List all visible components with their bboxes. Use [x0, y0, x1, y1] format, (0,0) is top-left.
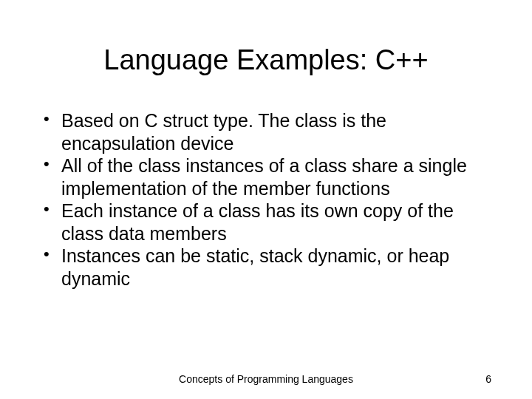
slide-title: Language Examples: C++ [41, 44, 491, 76]
list-item: All of the class instances of a class sh… [41, 154, 491, 200]
bullet-list: Based on C struct type. The class is the… [41, 109, 491, 290]
list-item: Based on C struct type. The class is the… [41, 109, 491, 154]
list-item: Each instance of a class has its own cop… [41, 200, 491, 245]
page-number: 6 [485, 373, 491, 385]
list-item: Instances can be static, stack dynamic, … [41, 245, 491, 290]
slide: Language Examples: C++ Based on C struct… [0, 0, 532, 399]
footer-text: Concepts of Programming Languages [179, 373, 353, 385]
